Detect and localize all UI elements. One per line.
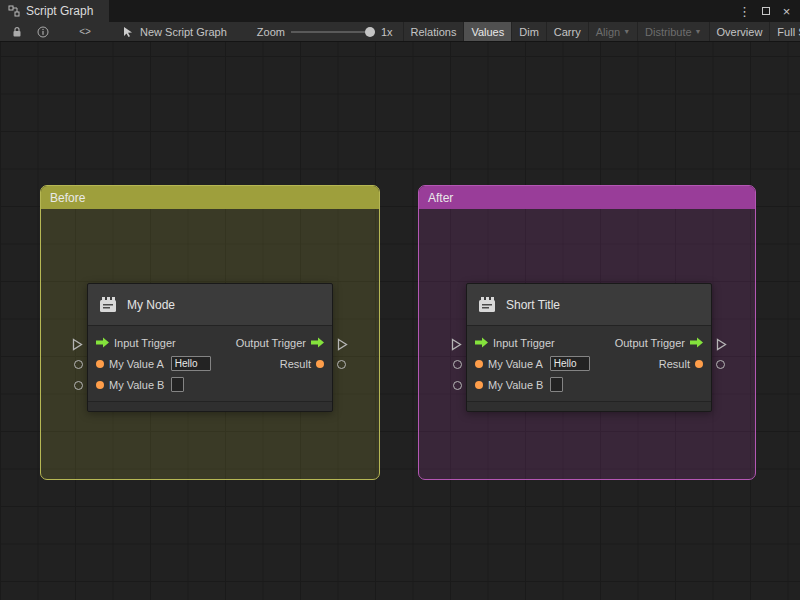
zoom-slider[interactable] (291, 27, 375, 37)
carry-button[interactable]: Carry (546, 22, 588, 41)
flow-in-label: Input Trigger (493, 337, 555, 349)
group-after-header[interactable]: After (419, 186, 755, 209)
kebab-menu-icon[interactable]: ⋮ (737, 3, 752, 19)
result-label: Result (280, 358, 311, 370)
cursor-icon (122, 26, 134, 38)
code-icon[interactable]: <> (72, 26, 98, 37)
flow-port-row: Input Trigger Output Trigger (88, 332, 332, 353)
value-a-label: My Value A (488, 358, 543, 370)
result-port[interactable] (695, 360, 703, 368)
node-header[interactable]: My Node (88, 284, 332, 326)
value-b-input[interactable] (550, 377, 563, 392)
info-icon[interactable] (30, 22, 56, 41)
result-port[interactable] (316, 360, 324, 368)
toolbar-buttons: Relations Values Dim Carry Align▼ Distri… (403, 22, 800, 41)
value-a-row: My Value A Result (88, 353, 332, 374)
group-before-header[interactable]: Before (41, 186, 379, 209)
script-graph-window: Script Graph ⋮ × <> New (0, 0, 800, 600)
flow-output-connector[interactable] (337, 337, 348, 355)
value-b-label: My Value B (488, 379, 543, 391)
script-graph-icon (8, 5, 20, 17)
value-b-connector[interactable] (74, 381, 83, 390)
value-b-port[interactable] (475, 381, 483, 389)
fullscreen-button[interactable]: Full Scr (769, 22, 800, 41)
tab-title: Script Graph (26, 4, 93, 18)
graph-canvas[interactable]: Before After (0, 42, 800, 600)
unit-icon (98, 296, 118, 314)
zoom-slider-track (291, 31, 375, 33)
value-a-input[interactable] (171, 356, 211, 371)
tab-script-graph[interactable]: Script Graph (0, 0, 109, 22)
flow-in-port[interactable] (475, 337, 488, 348)
align-button[interactable]: Align▼ (588, 22, 637, 41)
zoom-slider-knob[interactable] (365, 27, 375, 37)
flow-out-label: Output Trigger (236, 337, 306, 349)
zoom-control: Zoom 1x (257, 26, 393, 38)
close-icon[interactable]: × (779, 3, 794, 19)
node-body: Input Trigger Output Trigger My Value A … (88, 326, 332, 401)
relations-button[interactable]: Relations (403, 22, 464, 41)
maximize-icon[interactable] (758, 3, 773, 19)
flow-output-connector[interactable] (716, 337, 727, 355)
flow-in-port[interactable] (96, 337, 109, 348)
values-button[interactable]: Values (463, 22, 511, 41)
node-short-title[interactable]: Short Title Input Trigger Output Trigger (466, 283, 712, 412)
distribute-button[interactable]: Distribute▼ (637, 22, 708, 41)
node-title: Short Title (506, 298, 560, 312)
graph-name: New Script Graph (140, 26, 227, 38)
value-b-input[interactable] (171, 377, 184, 392)
value-b-row: My Value B (88, 374, 332, 395)
node-title: My Node (127, 298, 175, 312)
flow-out-port[interactable] (690, 337, 703, 348)
value-a-port[interactable] (475, 360, 483, 368)
flow-input-connector[interactable] (72, 337, 83, 355)
lock-icon[interactable] (4, 22, 30, 41)
flow-out-port[interactable] (311, 337, 324, 348)
value-b-connector[interactable] (453, 381, 462, 390)
unit-icon (477, 296, 497, 314)
tab-bar: Script Graph ⋮ × (0, 0, 800, 22)
value-b-port[interactable] (96, 381, 104, 389)
graph-toolbar: <> New Script Graph Zoom 1x Relations Va… (0, 22, 800, 42)
flow-input-connector[interactable] (451, 337, 462, 355)
node-footer (467, 401, 711, 411)
value-a-port[interactable] (96, 360, 104, 368)
node-body: Input Trigger Output Trigger My Value A … (467, 326, 711, 401)
flow-out-label: Output Trigger (615, 337, 685, 349)
overview-button[interactable]: Overview (709, 22, 770, 41)
zoom-label: Zoom (257, 26, 285, 38)
value-b-row: My Value B (467, 374, 711, 395)
zoom-value: 1x (381, 26, 393, 38)
value-a-input[interactable] (550, 356, 590, 371)
result-connector[interactable] (337, 360, 346, 369)
flow-port-row: Input Trigger Output Trigger (467, 332, 711, 353)
node-footer (88, 401, 332, 411)
node-header[interactable]: Short Title (467, 284, 711, 326)
group-title: Before (50, 191, 85, 205)
dim-button[interactable]: Dim (511, 22, 546, 41)
graph-selector[interactable]: New Script Graph (122, 26, 227, 38)
node-my-node[interactable]: My Node Input Trigger Output Trigger (87, 283, 333, 412)
value-b-label: My Value B (109, 379, 164, 391)
value-a-row: My Value A Result (467, 353, 711, 374)
chevron-down-icon: ▼ (623, 28, 630, 35)
value-a-label: My Value A (109, 358, 164, 370)
result-connector[interactable] (716, 360, 725, 369)
result-label: Result (659, 358, 690, 370)
chevron-down-icon: ▼ (695, 28, 702, 35)
flow-in-label: Input Trigger (114, 337, 176, 349)
window-controls: ⋮ × (737, 0, 800, 22)
value-a-connector[interactable] (453, 360, 462, 369)
group-title: After (428, 191, 453, 205)
maximize-square (762, 7, 770, 15)
value-a-connector[interactable] (74, 360, 83, 369)
